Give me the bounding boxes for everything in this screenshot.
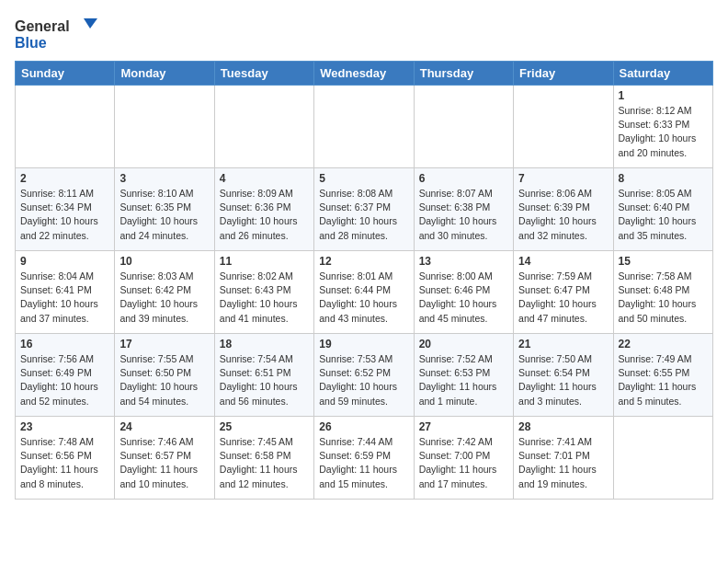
day-info: Sunrise: 7:46 AMSunset: 6:57 PMDaylight:… [119,435,209,491]
day-info: Sunrise: 8:08 AMSunset: 6:37 PMDaylight:… [319,187,408,243]
calendar-week-5: 23Sunrise: 7:48 AMSunset: 6:56 PMDayligh… [16,417,713,500]
day-info: Sunrise: 8:02 AMSunset: 6:43 PMDaylight:… [220,270,309,326]
day-info: Sunrise: 7:44 AMSunset: 6:59 PMDaylight:… [319,435,408,491]
calendar-cell: 16Sunrise: 7:56 AMSunset: 6:49 PMDayligh… [16,334,115,417]
day-number: 6 [419,172,508,185]
day-number: 19 [319,338,408,350]
day-info: Sunrise: 7:49 AMSunset: 6:55 PMDaylight:… [619,352,708,408]
calendar-cell [613,417,712,500]
day-info: Sunrise: 7:50 AMSunset: 6:54 PMDaylight:… [518,352,608,408]
calendar-cell: 17Sunrise: 7:55 AMSunset: 6:50 PMDayligh… [115,334,214,417]
day-info: Sunrise: 7:45 AMSunset: 6:58 PMDaylight:… [220,435,309,491]
day-info: Sunrise: 8:01 AMSunset: 6:44 PMDaylight:… [319,270,408,326]
day-info: Sunrise: 7:54 AMSunset: 6:51 PMDaylight:… [220,352,309,408]
calendar-cell: 2Sunrise: 8:11 AMSunset: 6:34 PMDaylight… [16,168,115,251]
calendar-cell [16,86,115,168]
day-info: Sunrise: 7:48 AMSunset: 6:56 PMDaylight:… [20,435,109,491]
calendar-cell: 23Sunrise: 7:48 AMSunset: 6:56 PMDayligh… [16,417,115,500]
day-info: Sunrise: 7:52 AMSunset: 6:53 PMDaylight:… [419,352,508,408]
calendar-cell: 28Sunrise: 7:41 AMSunset: 7:01 PMDayligh… [514,417,613,500]
day-number: 17 [119,338,209,350]
calendar-cell: 25Sunrise: 7:45 AMSunset: 6:58 PMDayligh… [214,417,313,500]
day-info: Sunrise: 8:06 AMSunset: 6:39 PMDaylight:… [518,187,608,243]
calendar-cell: 8Sunrise: 8:05 AMSunset: 6:40 PMDaylight… [613,168,712,251]
day-number: 18 [220,338,309,350]
calendar-cell: 9Sunrise: 8:04 AMSunset: 6:41 PMDaylight… [16,251,115,334]
svg-marker-2 [84,18,97,29]
day-info: Sunrise: 8:04 AMSunset: 6:41 PMDaylight:… [20,270,109,326]
calendar-week-3: 9Sunrise: 8:04 AMSunset: 6:41 PMDaylight… [16,251,713,334]
day-number: 28 [518,420,608,433]
day-number: 26 [319,420,408,433]
day-info: Sunrise: 7:41 AMSunset: 7:01 PMDaylight:… [518,435,608,491]
day-number: 9 [20,255,109,268]
calendar-cell: 24Sunrise: 7:46 AMSunset: 6:57 PMDayligh… [115,417,214,500]
day-info: Sunrise: 8:11 AMSunset: 6:34 PMDaylight:… [20,187,109,243]
calendar-cell: 19Sunrise: 7:53 AMSunset: 6:52 PMDayligh… [314,334,414,417]
calendar-cell: 18Sunrise: 7:54 AMSunset: 6:51 PMDayligh… [214,334,313,417]
calendar-cell: 11Sunrise: 8:02 AMSunset: 6:43 PMDayligh… [214,251,313,334]
weekday-header-thursday: Thursday [414,62,513,86]
calendar-cell: 20Sunrise: 7:52 AMSunset: 6:53 PMDayligh… [414,334,513,417]
day-info: Sunrise: 8:03 AMSunset: 6:42 PMDaylight:… [119,270,209,326]
day-number: 15 [619,255,708,268]
calendar-cell: 21Sunrise: 7:50 AMSunset: 6:54 PMDayligh… [514,334,613,417]
calendar-cell: 15Sunrise: 7:58 AMSunset: 6:48 PMDayligh… [613,251,712,334]
day-info: Sunrise: 8:09 AMSunset: 6:36 PMDaylight:… [220,187,309,243]
day-number: 10 [119,255,209,268]
weekday-header-wednesday: Wednesday [314,62,414,86]
day-number: 14 [518,255,608,268]
day-info: Sunrise: 7:42 AMSunset: 7:00 PMDaylight:… [419,435,508,491]
weekday-header-tuesday: Tuesday [214,62,313,86]
day-number: 3 [119,172,209,185]
day-info: Sunrise: 7:55 AMSunset: 6:50 PMDaylight:… [119,352,209,408]
day-number: 22 [619,338,708,350]
weekday-header-saturday: Saturday [613,62,712,86]
calendar-cell: 12Sunrise: 8:01 AMSunset: 6:44 PMDayligh… [314,251,414,334]
calendar-cell: 22Sunrise: 7:49 AMSunset: 6:55 PMDayligh… [613,334,712,417]
day-info: Sunrise: 8:00 AMSunset: 6:46 PMDaylight:… [419,270,508,326]
day-number: 11 [220,255,309,268]
calendar-cell: 5Sunrise: 8:08 AMSunset: 6:37 PMDaylight… [314,168,414,251]
page-header: GeneralBlue [15,15,713,53]
day-info: Sunrise: 7:58 AMSunset: 6:48 PMDaylight:… [619,270,708,326]
logo-svg: GeneralBlue [15,15,116,53]
calendar-cell [314,86,414,168]
weekday-header-friday: Friday [514,62,613,86]
day-info: Sunrise: 8:12 AMSunset: 6:33 PMDaylight:… [619,104,708,160]
day-number: 23 [20,420,109,433]
logo: GeneralBlue [15,15,116,53]
day-info: Sunrise: 8:07 AMSunset: 6:38 PMDaylight:… [419,187,508,243]
calendar-cell [214,86,313,168]
calendar-cell: 10Sunrise: 8:03 AMSunset: 6:42 PMDayligh… [115,251,214,334]
calendar-table: SundayMondayTuesdayWednesdayThursdayFrid… [15,61,713,500]
calendar-cell [115,86,214,168]
day-number: 24 [119,420,209,433]
day-number: 25 [220,420,309,433]
calendar-week-2: 2Sunrise: 8:11 AMSunset: 6:34 PMDaylight… [16,168,713,251]
calendar-cell: 26Sunrise: 7:44 AMSunset: 6:59 PMDayligh… [314,417,414,500]
day-number: 2 [20,172,109,185]
weekday-header-sunday: Sunday [16,62,115,86]
calendar-cell [514,86,613,168]
day-number: 1 [619,89,708,102]
calendar-cell [414,86,513,168]
day-number: 12 [319,255,408,268]
day-number: 4 [220,172,309,185]
calendar-cell: 14Sunrise: 7:59 AMSunset: 6:47 PMDayligh… [514,251,613,334]
day-number: 13 [419,255,508,268]
svg-text:Blue: Blue [15,35,47,51]
calendar-cell: 1Sunrise: 8:12 AMSunset: 6:33 PMDaylight… [613,86,712,168]
calendar-cell: 6Sunrise: 8:07 AMSunset: 6:38 PMDaylight… [414,168,513,251]
weekday-header-monday: Monday [115,62,214,86]
calendar-week-1: 1Sunrise: 8:12 AMSunset: 6:33 PMDaylight… [16,86,713,168]
day-info: Sunrise: 7:59 AMSunset: 6:47 PMDaylight:… [518,270,608,326]
calendar-cell: 7Sunrise: 8:06 AMSunset: 6:39 PMDaylight… [514,168,613,251]
svg-text:General: General [15,18,70,34]
day-number: 20 [419,338,508,350]
calendar-cell: 27Sunrise: 7:42 AMSunset: 7:00 PMDayligh… [414,417,513,500]
day-info: Sunrise: 7:56 AMSunset: 6:49 PMDaylight:… [20,352,109,408]
calendar-cell: 13Sunrise: 8:00 AMSunset: 6:46 PMDayligh… [414,251,513,334]
day-info: Sunrise: 8:10 AMSunset: 6:35 PMDaylight:… [119,187,209,243]
day-number: 27 [419,420,508,433]
